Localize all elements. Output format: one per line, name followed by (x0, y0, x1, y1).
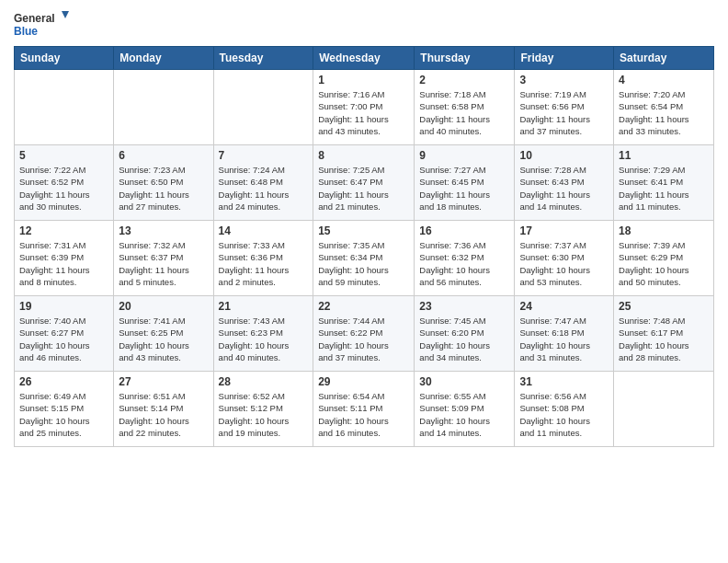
day-number: 4 (619, 74, 709, 86)
day-number: 31 (519, 375, 609, 388)
day-cell: 4Sunrise: 7:20 AM Sunset: 6:54 PM Daylig… (614, 70, 714, 145)
day-number: 30 (419, 375, 509, 388)
day-cell: 31Sunrise: 6:56 AM Sunset: 5:08 PM Dayli… (515, 372, 614, 447)
svg-text:Blue: Blue (14, 25, 38, 38)
day-cell: 2Sunrise: 7:18 AM Sunset: 6:58 PM Daylig… (415, 70, 515, 145)
day-number: 21 (219, 300, 309, 313)
day-info: Sunrise: 7:40 AM Sunset: 6:27 PM Dayligh… (19, 315, 108, 363)
day-cell: 30Sunrise: 6:55 AM Sunset: 5:09 PM Dayli… (415, 372, 515, 447)
day-number: 6 (119, 149, 208, 162)
day-number: 22 (318, 300, 409, 313)
day-cell: 9Sunrise: 7:27 AM Sunset: 6:45 PM Daylig… (415, 145, 515, 221)
day-number: 28 (219, 375, 309, 388)
day-info: Sunrise: 7:48 AM Sunset: 6:17 PM Dayligh… (619, 315, 709, 363)
day-info: Sunrise: 6:49 AM Sunset: 5:15 PM Dayligh… (19, 390, 108, 439)
day-number: 16 (419, 224, 509, 237)
day-number: 2 (419, 74, 509, 86)
day-cell: 3Sunrise: 7:19 AM Sunset: 6:56 PM Daylig… (515, 70, 614, 145)
day-info: Sunrise: 7:41 AM Sunset: 6:25 PM Dayligh… (119, 315, 208, 363)
day-cell: 1Sunrise: 7:16 AM Sunset: 7:00 PM Daylig… (313, 70, 415, 145)
day-info: Sunrise: 7:25 AM Sunset: 6:47 PM Dayligh… (318, 164, 409, 213)
day-cell: 26Sunrise: 6:49 AM Sunset: 5:15 PM Dayli… (15, 372, 114, 447)
calendar: SundayMondayTuesdayWednesdayThursdayFrid… (14, 46, 714, 447)
weekday-header-wednesday: Wednesday (313, 47, 415, 70)
day-info: Sunrise: 7:33 AM Sunset: 6:36 PM Dayligh… (219, 239, 309, 288)
day-info: Sunrise: 7:39 AM Sunset: 6:29 PM Dayligh… (619, 239, 709, 288)
day-info: Sunrise: 6:55 AM Sunset: 5:09 PM Dayligh… (419, 390, 509, 439)
weekday-header-tuesday: Tuesday (213, 47, 313, 70)
day-cell: 27Sunrise: 6:51 AM Sunset: 5:14 PM Dayli… (114, 372, 213, 447)
day-cell: 21Sunrise: 7:43 AM Sunset: 6:23 PM Dayli… (213, 296, 313, 372)
week-row-5: 26Sunrise: 6:49 AM Sunset: 5:15 PM Dayli… (15, 372, 714, 447)
day-info: Sunrise: 7:19 AM Sunset: 6:56 PM Dayligh… (519, 88, 609, 137)
weekday-header-row: SundayMondayTuesdayWednesdayThursdayFrid… (15, 47, 714, 70)
day-cell: 7Sunrise: 7:24 AM Sunset: 6:48 PM Daylig… (213, 145, 313, 221)
day-number: 5 (19, 149, 108, 162)
logo: General Blue (14, 9, 69, 39)
week-row-3: 12Sunrise: 7:31 AM Sunset: 6:39 PM Dayli… (15, 221, 714, 296)
logo-svg: General Blue (14, 9, 69, 39)
day-cell: 22Sunrise: 7:44 AM Sunset: 6:22 PM Dayli… (313, 296, 415, 372)
day-cell: 20Sunrise: 7:41 AM Sunset: 6:25 PM Dayli… (114, 296, 213, 372)
day-number: 3 (519, 74, 609, 86)
day-number: 20 (119, 300, 208, 313)
week-row-2: 5Sunrise: 7:22 AM Sunset: 6:52 PM Daylig… (15, 145, 714, 221)
day-number: 14 (219, 224, 309, 237)
day-number: 13 (119, 224, 208, 237)
day-cell (114, 70, 213, 145)
day-info: Sunrise: 7:45 AM Sunset: 6:20 PM Dayligh… (419, 315, 509, 363)
day-cell: 15Sunrise: 7:35 AM Sunset: 6:34 PM Dayli… (313, 221, 415, 296)
day-info: Sunrise: 7:29 AM Sunset: 6:41 PM Dayligh… (619, 164, 709, 213)
day-cell: 6Sunrise: 7:23 AM Sunset: 6:50 PM Daylig… (114, 145, 213, 221)
day-cell (213, 70, 313, 145)
day-cell: 19Sunrise: 7:40 AM Sunset: 6:27 PM Dayli… (15, 296, 114, 372)
day-info: Sunrise: 7:27 AM Sunset: 6:45 PM Dayligh… (419, 164, 509, 213)
day-number: 18 (619, 224, 709, 237)
day-cell (15, 70, 114, 145)
day-cell: 13Sunrise: 7:32 AM Sunset: 6:37 PM Dayli… (114, 221, 213, 296)
day-number: 9 (419, 149, 509, 162)
day-cell: 14Sunrise: 7:33 AM Sunset: 6:36 PM Dayli… (213, 221, 313, 296)
day-info: Sunrise: 6:56 AM Sunset: 5:08 PM Dayligh… (519, 390, 609, 439)
day-cell: 10Sunrise: 7:28 AM Sunset: 6:43 PM Dayli… (515, 145, 614, 221)
day-info: Sunrise: 7:43 AM Sunset: 6:23 PM Dayligh… (219, 315, 309, 363)
day-cell: 11Sunrise: 7:29 AM Sunset: 6:41 PM Dayli… (614, 145, 714, 221)
day-info: Sunrise: 7:47 AM Sunset: 6:18 PM Dayligh… (519, 315, 609, 363)
day-cell: 12Sunrise: 7:31 AM Sunset: 6:39 PM Dayli… (15, 221, 114, 296)
day-info: Sunrise: 7:31 AM Sunset: 6:39 PM Dayligh… (19, 239, 108, 288)
day-cell (614, 372, 714, 447)
day-number: 29 (318, 375, 409, 388)
weekday-header-saturday: Saturday (614, 47, 714, 70)
day-number: 25 (619, 300, 709, 313)
day-cell: 29Sunrise: 6:54 AM Sunset: 5:11 PM Dayli… (313, 372, 415, 447)
week-row-1: 1Sunrise: 7:16 AM Sunset: 7:00 PM Daylig… (15, 70, 714, 145)
weekday-header-monday: Monday (114, 47, 213, 70)
day-number: 11 (619, 149, 709, 162)
day-info: Sunrise: 7:28 AM Sunset: 6:43 PM Dayligh… (519, 164, 609, 213)
day-number: 26 (19, 375, 108, 388)
day-info: Sunrise: 7:16 AM Sunset: 7:00 PM Dayligh… (318, 88, 409, 137)
day-number: 19 (19, 300, 108, 313)
day-number: 1 (318, 74, 409, 86)
day-info: Sunrise: 6:51 AM Sunset: 5:14 PM Dayligh… (119, 390, 208, 439)
weekday-header-thursday: Thursday (415, 47, 515, 70)
day-cell: 24Sunrise: 7:47 AM Sunset: 6:18 PM Dayli… (515, 296, 614, 372)
day-info: Sunrise: 7:23 AM Sunset: 6:50 PM Dayligh… (119, 164, 208, 213)
day-info: Sunrise: 7:35 AM Sunset: 6:34 PM Dayligh… (318, 239, 409, 288)
day-info: Sunrise: 7:37 AM Sunset: 6:30 PM Dayligh… (519, 239, 609, 288)
day-cell: 8Sunrise: 7:25 AM Sunset: 6:47 PM Daylig… (313, 145, 415, 221)
weekday-header-sunday: Sunday (15, 47, 114, 70)
day-info: Sunrise: 7:20 AM Sunset: 6:54 PM Dayligh… (619, 88, 709, 137)
day-number: 7 (219, 149, 309, 162)
day-number: 23 (419, 300, 509, 313)
weekday-header-friday: Friday (515, 47, 614, 70)
day-info: Sunrise: 7:24 AM Sunset: 6:48 PM Dayligh… (219, 164, 309, 213)
day-info: Sunrise: 7:32 AM Sunset: 6:37 PM Dayligh… (119, 239, 208, 288)
day-cell: 5Sunrise: 7:22 AM Sunset: 6:52 PM Daylig… (15, 145, 114, 221)
svg-text:General: General (14, 12, 55, 25)
svg-marker-2 (62, 11, 69, 18)
day-info: Sunrise: 6:52 AM Sunset: 5:12 PM Dayligh… (219, 390, 309, 439)
day-cell: 18Sunrise: 7:39 AM Sunset: 6:29 PM Dayli… (614, 221, 714, 296)
day-info: Sunrise: 7:22 AM Sunset: 6:52 PM Dayligh… (19, 164, 108, 213)
day-info: Sunrise: 7:36 AM Sunset: 6:32 PM Dayligh… (419, 239, 509, 288)
